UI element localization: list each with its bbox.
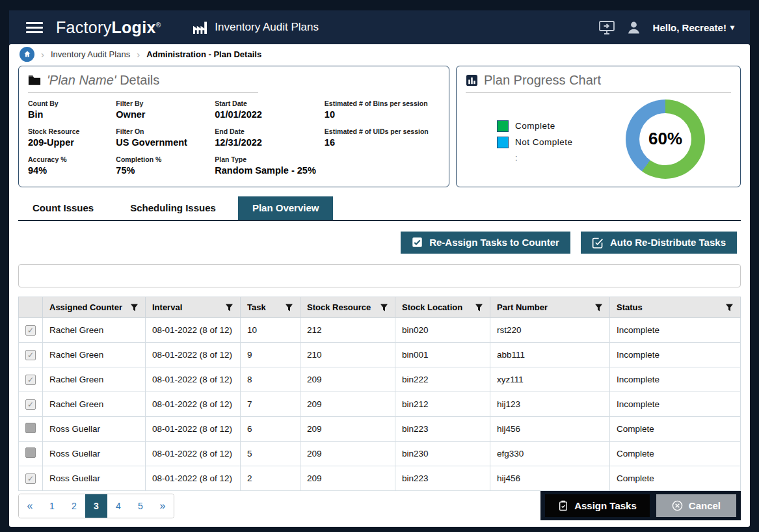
row-checkbox[interactable]: ✓	[25, 325, 36, 336]
table-cell: Rachel Green	[43, 343, 146, 367]
table-cell: Ross Guellar	[43, 466, 146, 491]
table-row: Ross Guellar08-01-2022 (8 of 12)6209bin2…	[19, 417, 741, 442]
pagination-page-4[interactable]: 4	[107, 494, 129, 518]
table-row: ✓Ross Guellar08-01-2022 (8 of 12)2209bin…	[19, 466, 741, 491]
home-icon[interactable]	[20, 47, 34, 62]
legend-colon: :	[515, 153, 573, 163]
pagination-next[interactable]: »	[152, 494, 174, 518]
detail-field-label: Filter By	[116, 100, 209, 107]
table-cell: xyz111	[490, 367, 610, 392]
filter-icon[interactable]	[594, 303, 603, 312]
table-cell: Complete	[610, 417, 741, 442]
table-cell: bin001	[395, 343, 490, 367]
detail-field: Filter OnUS Government	[116, 127, 209, 148]
pagination-page-2[interactable]: 2	[63, 494, 85, 518]
table-cell: 7	[241, 392, 300, 417]
filter-icon[interactable]	[725, 303, 734, 312]
pagination-page-1[interactable]: 1	[41, 494, 63, 518]
detail-field-value: 209-Upper	[28, 137, 111, 148]
table-footer: «12345» Assign Tasks Cancel	[18, 491, 741, 522]
filter-icon[interactable]	[225, 303, 233, 312]
table-cell: 08-01-2022 (8 of 12)	[146, 367, 241, 392]
pagination-page-3[interactable]: 3	[85, 494, 107, 518]
legend-swatch	[497, 120, 509, 132]
chart-legend-group: CompleteNot Complete :	[497, 116, 573, 163]
user-menu[interactable]: Hello, Recreate! ▾	[653, 22, 734, 33]
table-cell: 8	[241, 367, 300, 392]
row-checkbox[interactable]	[25, 447, 36, 458]
table-cell: hij456	[490, 466, 610, 491]
row-checkbox-cell: ✓	[19, 367, 43, 392]
breadcrumb-current-page: Administration - Plan Details	[146, 49, 261, 59]
column-header: Status	[610, 297, 741, 318]
table-cell: Ross Guellar	[43, 442, 146, 466]
detail-field-label: Estimated # of UIDs per session	[325, 127, 440, 135]
detail-field-value: US Government	[116, 137, 209, 148]
table-toolbar	[18, 264, 741, 287]
legend-item: Complete	[497, 120, 573, 132]
reassign-tasks-button[interactable]: Re-Assign Tasks to Counter	[401, 232, 570, 254]
detail-field: Count ByBin	[28, 100, 111, 120]
table-header-row: Assigned CounterIntervalTaskStock Resour…	[19, 297, 741, 318]
column-label: Task	[247, 302, 266, 312]
table-row: ✓Rachel Green08-01-2022 (8 of 12)7209bin…	[19, 392, 741, 417]
filter-icon[interactable]	[380, 303, 388, 312]
table-cell: rst220	[490, 318, 610, 343]
table-cell: efg330	[490, 442, 610, 466]
monitor-share-icon[interactable]	[599, 21, 615, 34]
tab-bar: Count IssuesScheduling IssuesPlan Overvi…	[18, 196, 741, 221]
hamburger-menu-icon[interactable]	[26, 22, 43, 33]
brand-text-bold: Logix	[111, 18, 155, 36]
column-header: Interval	[146, 297, 241, 318]
user-greeting-text: Hello, Recreate!	[653, 22, 726, 33]
detail-field-label: Plan Type	[215, 155, 319, 163]
tab-plan-overview[interactable]: Plan Overview	[238, 196, 334, 220]
page-title-group: Inventory Audit Plans	[192, 21, 319, 34]
table-cell: 209	[300, 442, 395, 466]
detail-field-value: 10	[325, 109, 440, 120]
column-label: Part Number	[497, 302, 548, 312]
auto-redistribute-tasks-button[interactable]: Auto Re-Distribute Tasks	[581, 232, 737, 254]
legend-label: Complete	[515, 121, 555, 131]
user-icon[interactable]	[626, 20, 641, 35]
plan-details-title: 'Plan Name' Details	[28, 73, 258, 93]
row-checkbox[interactable]: ✓	[25, 350, 36, 360]
main-content: › Inventory Audit Plans › Administration…	[9, 44, 750, 527]
pagination-prev[interactable]: «	[19, 494, 41, 518]
row-checkbox[interactable]: ✓	[25, 375, 36, 385]
row-checkbox[interactable]: ✓	[25, 473, 36, 484]
table-cell: bin020	[395, 318, 490, 343]
row-checkbox[interactable]	[25, 423, 36, 433]
table-row: Ross Guellar08-01-2022 (8 of 12)5209bin2…	[19, 442, 741, 466]
detail-field-value: 75%	[116, 165, 209, 176]
filter-icon[interactable]	[475, 303, 483, 312]
filter-icon[interactable]	[130, 303, 139, 312]
column-label: Interval	[152, 302, 182, 312]
breadcrumb-separator-icon: ›	[41, 49, 44, 60]
breadcrumb-item-inventory-audit-plans[interactable]: Inventory Audit Plans	[51, 49, 130, 59]
table-cell: Rachel Green	[43, 392, 146, 417]
cancel-button[interactable]: Cancel	[656, 494, 736, 517]
detail-field-label: Stock Resource	[28, 127, 111, 135]
plan-details-panel: 'Plan Name' Details Count ByBinFilter By…	[18, 66, 449, 187]
pagination-page-5[interactable]: 5	[129, 494, 152, 518]
detail-field-label: Estimated # of Bins per session	[325, 100, 440, 107]
table-cell: 212	[300, 318, 395, 343]
table-cell: 2	[241, 466, 300, 491]
breadcrumb: › Inventory Audit Plans › Administration…	[9, 44, 750, 64]
filter-icon[interactable]	[285, 303, 293, 312]
table-cell: Ross Guellar	[43, 417, 146, 442]
table-cell: 209	[300, 417, 395, 442]
tab-count-issues[interactable]: Count Issues	[18, 196, 108, 220]
column-header: Stock Resource	[300, 297, 395, 318]
tab-scheduling-issues[interactable]: Scheduling Issues	[116, 196, 230, 220]
row-checkbox[interactable]: ✓	[25, 399, 36, 410]
detail-field: End Date12/31/2022	[215, 127, 319, 148]
detail-field: Start Date01/01/2022	[215, 100, 319, 120]
progress-chart-title-text: Plan Progress Chart	[484, 73, 601, 88]
column-header: Stock Location	[395, 297, 490, 318]
row-checkbox-cell: ✓	[19, 318, 43, 343]
cancel-label: Cancel	[689, 500, 721, 511]
factory-icon	[192, 21, 208, 34]
assign-tasks-button[interactable]: Assign Tasks	[545, 494, 650, 517]
